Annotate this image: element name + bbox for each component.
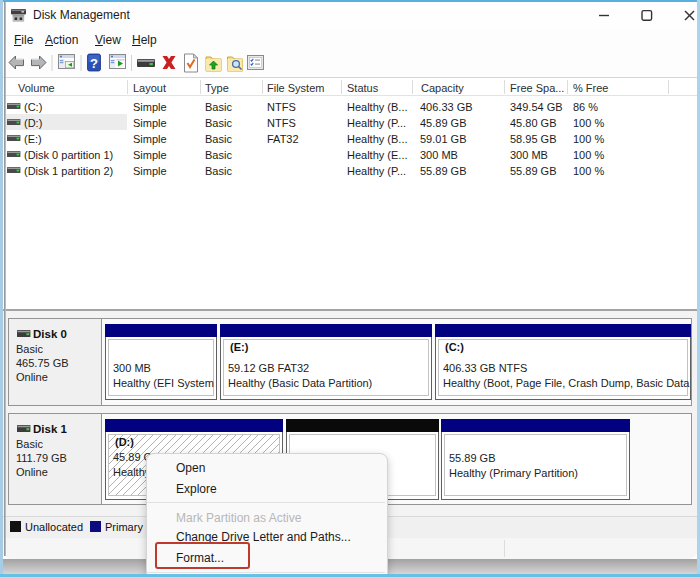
svg-text:?: ? bbox=[90, 56, 98, 71]
